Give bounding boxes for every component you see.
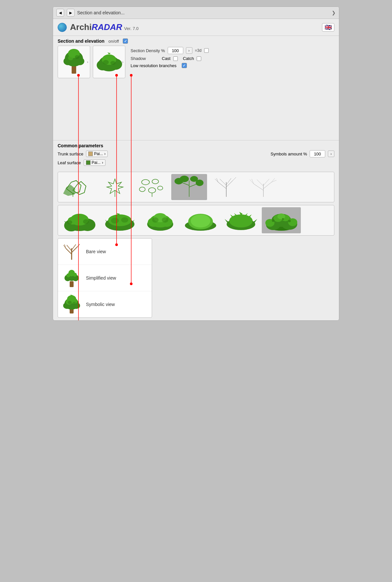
title-bar-text: Section and elevation... [77, 10, 329, 15]
symbol-cell-2[interactable] [97, 174, 133, 200]
svg-point-33 [190, 176, 198, 182]
svg-line-38 [226, 178, 231, 185]
leaf-material-arrow: › [102, 160, 103, 165]
next-button[interactable]: ▶ [67, 9, 75, 17]
symbol-5-svg [210, 176, 243, 198]
simplified-view-icon [62, 268, 81, 288]
symbol-cell-5[interactable] [208, 174, 244, 200]
svg-point-21 [142, 180, 149, 185]
symbol-cell-1[interactable] [60, 174, 96, 200]
svg-line-47 [250, 180, 254, 184]
cast-checkbox[interactable] [173, 56, 178, 61]
svg-point-97 [288, 220, 291, 222]
svg-point-66 [121, 217, 128, 223]
lowres-row: Low resolution branches [131, 63, 334, 68]
svg-rect-0 [72, 66, 76, 74]
tree-thumbnails: › [58, 46, 125, 78]
symbol-cell-4[interactable] [171, 174, 207, 200]
bush-cell-6[interactable] [262, 207, 301, 233]
svg-line-35 [218, 182, 226, 189]
main-container: ◀ ▶ Section and elevation... ❯ Archi RAD… [53, 7, 339, 321]
section-onoff-checkbox[interactable] [123, 38, 128, 44]
cast-label: Cast [162, 56, 171, 61]
svg-rect-106 [70, 281, 74, 287]
bush-3-svg [142, 209, 178, 231]
logo-text: Archi RADAR Ver. 7.0 [70, 22, 138, 32]
bush-cell-2[interactable] [100, 207, 139, 233]
svg-line-104 [64, 244, 66, 248]
tree-thumb-2-svg [96, 51, 122, 73]
svg-line-99 [66, 248, 72, 254]
symbol-3-svg [136, 176, 168, 198]
svg-line-48 [252, 179, 254, 184]
svg-point-15 [110, 61, 116, 65]
svg-marker-13 [107, 52, 111, 54]
bush-cell-3[interactable] [141, 207, 180, 233]
symbols-amount-label: Symbols amount % [271, 152, 307, 156]
bush-6-svg [263, 209, 299, 231]
trunk-material-label: Pai... [94, 152, 103, 156]
symbol-1-svg [62, 176, 94, 198]
leaf-params-row: Leaf surface Pai... › [58, 159, 334, 166]
svg-line-29 [189, 184, 197, 187]
symbol-4-svg [173, 176, 205, 198]
svg-point-14 [103, 60, 109, 65]
section-title-row: Section and elevation on/off [53, 36, 339, 46]
symbol-cell-3[interactable] [134, 174, 170, 200]
symbols-amount-input[interactable] [310, 150, 325, 157]
eq3d-checkbox[interactable] [204, 48, 209, 53]
symbols-amount-arrow-btn[interactable]: › [328, 151, 334, 157]
svg-point-25 [158, 186, 163, 190]
on-off-label: on/off [108, 39, 119, 44]
density-input[interactable] [168, 47, 183, 54]
leaf-material-button[interactable]: Pai... › [84, 159, 105, 166]
prev-button[interactable]: ◀ [56, 9, 64, 17]
shadow-label: Shadow [131, 56, 157, 61]
lowres-label: Low resolution branches [131, 63, 176, 68]
language-button[interactable]: 🇬🇧 [322, 23, 334, 32]
trunk-swatch [88, 152, 93, 156]
svg-line-100 [72, 247, 77, 253]
symbol-cell-6[interactable] [245, 174, 281, 200]
svg-point-94 [277, 213, 285, 219]
catch-checkbox[interactable] [197, 56, 201, 61]
svg-point-91 [288, 218, 297, 226]
leaf-swatch [86, 160, 91, 165]
density-label: Section Density % [131, 48, 165, 53]
density-arrow-btn[interactable]: › [186, 47, 192, 54]
tree-thumb-1-svg [61, 49, 87, 75]
svg-point-22 [152, 179, 159, 184]
tree-thumb-1[interactable]: › [58, 46, 90, 78]
leaf-param: Leaf surface Pai... › [58, 159, 105, 166]
shadow-row: Shadow Cast Catch [131, 56, 334, 61]
svg-point-24 [148, 188, 156, 193]
svg-point-58 [67, 220, 72, 224]
density-row: Section Density % › =3d [131, 47, 334, 54]
svg-point-111 [66, 273, 70, 277]
left-panel: › [58, 46, 125, 78]
dropdown-item-symbolic[interactable]: Symbolic view [58, 291, 152, 317]
svg-line-45 [257, 180, 263, 186]
svg-point-96 [282, 218, 284, 220]
content-area: › [53, 46, 339, 81]
svg-marker-79 [225, 219, 229, 224]
svg-point-6 [75, 55, 79, 59]
tree-thumb-2[interactable]: › [93, 46, 125, 78]
symbolic-view-icon [62, 295, 81, 314]
leaf-label: Leaf surface [58, 160, 81, 165]
common-params-title: Common parameters [58, 143, 334, 148]
svg-line-43 [254, 184, 263, 190]
bush-4-svg [183, 209, 218, 231]
bare-view-label: Bare view [86, 249, 106, 254]
svg-point-23 [139, 187, 145, 192]
bush-cell-4[interactable] [181, 207, 220, 233]
trunk-material-button[interactable]: Pai... › [86, 151, 108, 157]
bush-cell-5[interactable] [221, 207, 260, 233]
lowres-checkbox[interactable] [182, 63, 187, 68]
logo-archi: Archi [70, 22, 91, 32]
symbol-grid [58, 172, 334, 202]
trunk-param: Trunk surface Pai... › [58, 151, 108, 157]
dropdown-item-bare[interactable]: Bare view [58, 239, 152, 265]
bush-cell-1[interactable] [60, 207, 99, 233]
dropdown-item-simplified[interactable]: Simplified view [58, 265, 152, 291]
